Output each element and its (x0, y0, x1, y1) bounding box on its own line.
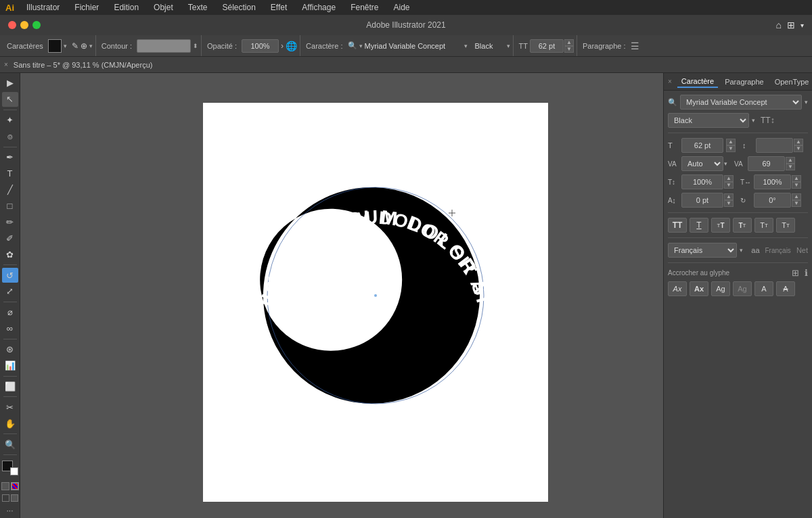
glyph-smallcaps[interactable]: TT (776, 218, 795, 233)
rotate-tool[interactable]: ↺ (2, 268, 18, 283)
close-button[interactable] (8, 21, 16, 29)
font-style-select[interactable]: Black (668, 113, 749, 128)
hscale-input[interactable] (754, 174, 791, 189)
language-arrow[interactable]: ▾ (740, 247, 743, 254)
panel-close-btn[interactable]: × (668, 78, 672, 85)
hscale-up[interactable]: ▲ (792, 175, 801, 182)
glyph-subscript[interactable]: TT (711, 218, 730, 233)
baseline-down[interactable]: ▼ (724, 200, 734, 207)
view-mode-2[interactable] (11, 494, 18, 502)
menu-texte[interactable]: Texte (185, 1, 210, 14)
symbol-tool[interactable]: ⊛ (2, 342, 18, 357)
canvas-area[interactable]: LOREM IPSUM DOLOR SIT AMET, CONSECTETUER… (20, 73, 663, 518)
more-tools[interactable]: ··· (6, 506, 13, 515)
font-name-arrow[interactable]: ▾ (464, 43, 468, 49)
line-tool[interactable]: ╱ (2, 182, 18, 197)
stroke-swatch[interactable] (10, 467, 18, 475)
menu-affichage[interactable]: Affichage (299, 1, 338, 14)
magic-wand-tool[interactable]: ✦ (2, 113, 18, 128)
menu-aide[interactable]: Aide (390, 1, 412, 14)
opacity-arrow-icon[interactable]: › (281, 41, 284, 51)
anchor-icon-1[interactable]: ⊞ (792, 268, 799, 278)
glyph-tt[interactable]: TT (668, 218, 687, 233)
aa-btn-1[interactable]: Ax (668, 281, 687, 296)
font-options-icon[interactable]: TT↕ (761, 116, 775, 125)
view-mode-1[interactable] (2, 494, 9, 502)
aa-btn-2[interactable]: Ax (690, 281, 708, 296)
fill-color-box[interactable] (48, 39, 62, 53)
fontsize-input[interactable] (530, 39, 564, 53)
fontsize-up[interactable]: ▲ (564, 39, 574, 46)
fontsize-down[interactable]: ▼ (564, 46, 574, 53)
menu-selection[interactable]: Sélection (219, 1, 258, 14)
menu-illustrator[interactable]: Illustrator (24, 1, 62, 14)
hand-tool[interactable]: ✋ (2, 416, 18, 431)
font-family-select[interactable]: Myriad Variable Concept (680, 95, 802, 110)
rotation-down[interactable]: ▼ (792, 200, 801, 207)
width-tool[interactable]: ⤢ (2, 284, 18, 299)
vscale-down[interactable]: ▼ (724, 182, 734, 189)
blend-tool[interactable]: ∞ (2, 321, 18, 336)
pencil-tool[interactable]: ✐ (2, 231, 18, 245)
maximize-button[interactable] (32, 21, 41, 29)
minimize-button[interactable] (20, 21, 28, 29)
leading-up[interactable]: ▲ (794, 139, 803, 145)
artboard-tool[interactable]: ⬜ (2, 379, 18, 394)
menu-fenetre[interactable]: Fenêtre (348, 1, 381, 14)
anchor-icon-2[interactable]: ℹ (805, 268, 808, 278)
aa-btn-4[interactable]: Ag (733, 281, 752, 296)
vscale-input[interactable] (681, 174, 723, 189)
tracking-input[interactable] (748, 156, 785, 171)
column-graph-tool[interactable]: 📊 (2, 358, 18, 373)
fontsize-panel-up[interactable]: ▲ (726, 139, 736, 145)
tracking-up[interactable]: ▲ (786, 157, 795, 164)
tab-opentype[interactable]: OpenType (771, 76, 812, 87)
tool-icon-1[interactable]: ✎ (72, 41, 78, 51)
glyph-allcaps[interactable]: TT (754, 218, 773, 233)
hscale-down[interactable]: ▼ (792, 182, 801, 189)
menu-fichier[interactable]: Fichier (72, 1, 102, 14)
pen-tool[interactable]: ✒ (2, 150, 18, 165)
fontsize-panel-input[interactable] (681, 138, 723, 153)
globe-icon[interactable]: 🌐 (286, 41, 297, 51)
glyph-underline[interactable]: T (690, 218, 708, 233)
opacity-input[interactable] (242, 39, 279, 53)
select-tool[interactable]: ▶ (2, 76, 18, 91)
contour-input[interactable] (137, 39, 191, 53)
font-style-arrow[interactable]: ▾ (507, 43, 510, 49)
leading-down[interactable]: ▼ (794, 145, 803, 152)
none-swatch[interactable] (11, 482, 19, 490)
gradient-swatch[interactable] (1, 482, 9, 490)
aa-btn-6[interactable]: A (776, 281, 795, 296)
slice-tool[interactable]: ✂ (2, 400, 18, 415)
font-style-arrow[interactable]: ▾ (752, 117, 755, 124)
menu-effet[interactable]: Effet (268, 1, 290, 14)
layout-icon[interactable]: ⊞ (787, 20, 795, 30)
shape-tool[interactable]: □ (2, 198, 18, 213)
font-family-arrow[interactable]: ▾ (805, 99, 808, 105)
paintbrush-tool[interactable]: ✏ (2, 214, 18, 229)
lasso-tool[interactable]: ⌾ (2, 129, 18, 144)
fontsize-panel-down[interactable]: ▼ (726, 145, 736, 152)
tool-icon-2[interactable]: ⊕ (81, 41, 87, 51)
kerning-select[interactable]: Auto (681, 156, 723, 171)
text-tool[interactable]: T (2, 166, 18, 181)
baseline-input[interactable] (681, 193, 723, 208)
direct-select-tool[interactable]: ↖ (2, 92, 18, 107)
warp-tool[interactable]: ⌀ (2, 305, 18, 320)
rotation-input[interactable] (754, 193, 791, 208)
glyph-superscript[interactable]: TT (733, 218, 752, 233)
rotation-up[interactable]: ▲ (792, 193, 801, 200)
baseline-up[interactable]: ▲ (724, 193, 734, 200)
vscale-up[interactable]: ▲ (724, 175, 734, 182)
menu-edition[interactable]: Edition (111, 1, 141, 14)
tab-paragraphe[interactable]: Paragraphe (721, 76, 768, 87)
aa-btn-3[interactable]: Ag (711, 281, 730, 296)
tab-caractere[interactable]: Caractère (677, 76, 718, 88)
menu-objet[interactable]: Objet (151, 1, 176, 14)
language-select[interactable]: Français (668, 243, 737, 258)
chevron-down-icon[interactable]: ▾ (800, 22, 804, 29)
kerning-arrow[interactable]: ▾ (724, 160, 727, 167)
zoom-tool[interactable]: 🔍 (2, 437, 18, 452)
shaper-tool[interactable]: ✿ (2, 247, 18, 262)
